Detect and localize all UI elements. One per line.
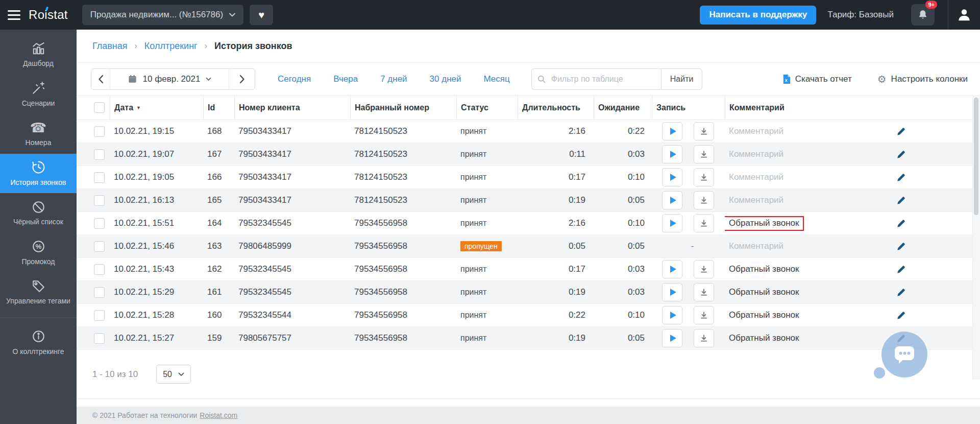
column-header[interactable]: Id [203, 96, 234, 120]
play-record-button[interactable] [662, 168, 682, 186]
comment-placeholder[interactable]: Комментарий [729, 241, 783, 251]
cell-comment: Обратный звонок [725, 264, 888, 274]
row-checkbox[interactable] [94, 287, 105, 298]
row-checkbox[interactable] [94, 333, 105, 344]
comment-placeholder[interactable]: Комментарий [729, 172, 783, 182]
configure-columns-button[interactable]: ⚙ Настроить колонки [877, 74, 968, 84]
project-selector[interactable]: Продажа недвижим... (№156786) [82, 5, 243, 25]
breadcrumb-link[interactable]: Главная [92, 41, 128, 52]
column-header[interactable]: Статус [456, 96, 518, 120]
sidebar-item-call-history[interactable]: История звонков [0, 154, 77, 194]
cell-record [652, 329, 725, 347]
sidebar-item-dashboard[interactable]: Дашборд [0, 35, 77, 75]
column-header[interactable]: Комментарий [725, 96, 888, 120]
download-record-button[interactable] [694, 145, 714, 163]
download-report-button[interactable]: x Скачать отчет [782, 74, 852, 84]
row-checkbox[interactable] [94, 310, 105, 321]
filter-input[interactable] [531, 68, 661, 90]
quick-range-link[interactable]: Месяц [483, 74, 509, 84]
edit-comment-button[interactable] [896, 265, 980, 274]
download-record-button[interactable] [694, 260, 714, 278]
play-icon [670, 266, 676, 273]
breadcrumb-link[interactable]: Коллтрекинг [144, 41, 198, 52]
comment-placeholder[interactable]: Комментарий [729, 195, 783, 205]
download-record-button[interactable] [694, 122, 714, 140]
date-picker[interactable]: 10 февр. 2021 [110, 69, 229, 89]
comment-text[interactable]: Обратный звонок [729, 287, 799, 297]
play-record-button[interactable] [662, 191, 682, 209]
comment-highlight-box[interactable]: Обратный звонок [725, 216, 804, 231]
health-monitor-button[interactable]: ♥ [250, 5, 273, 25]
vertical-scrollbar[interactable] [972, 95, 980, 380]
play-record-button[interactable] [662, 306, 682, 324]
quick-range-link[interactable]: Сегодня [278, 74, 311, 84]
play-record-button[interactable] [662, 122, 682, 140]
chevron-down-icon [229, 13, 235, 17]
cell-dialed-number: 79534556958 [350, 310, 456, 320]
next-day-button[interactable] [229, 69, 255, 89]
row-checkbox[interactable] [94, 195, 105, 206]
row-checkbox[interactable] [94, 241, 105, 252]
column-header[interactable]: Запись [652, 96, 725, 120]
column-header[interactable]: Набранный номер [350, 96, 456, 120]
edit-comment-button[interactable] [896, 242, 980, 251]
download-record-button[interactable] [694, 168, 714, 186]
edit-comment-button[interactable] [896, 288, 980, 297]
cell-client-number: 79503433417 [234, 149, 350, 159]
column-header[interactable]: Ожидание [594, 96, 652, 120]
prev-day-button[interactable] [91, 69, 110, 89]
row-checkbox[interactable] [94, 149, 105, 160]
download-record-button[interactable] [694, 283, 714, 301]
edit-comment-button[interactable] [896, 150, 980, 159]
download-record-button[interactable] [694, 329, 714, 347]
hamburger-menu-icon[interactable] [0, 0, 23, 30]
column-header[interactable]: Длительность [518, 96, 594, 120]
row-checkbox[interactable] [94, 264, 105, 275]
sidebar-item-tags[interactable]: Управление тегами [0, 272, 77, 312]
row-checkbox[interactable] [94, 126, 105, 137]
edit-comment-button[interactable] [896, 196, 980, 205]
sidebar-item-numbers[interactable]: ☎Номера [0, 114, 77, 154]
edit-comment-button[interactable] [896, 127, 980, 136]
comment-placeholder[interactable]: Комментарий [729, 126, 783, 136]
chat-widget-button[interactable] [881, 332, 927, 378]
roistat-link[interactable]: Roistat.com [200, 411, 237, 419]
quick-range-link[interactable]: 7 дней [380, 74, 407, 84]
svg-text:%: % [35, 243, 41, 250]
comment-text[interactable]: Обратный звонок [729, 333, 799, 343]
scrollbar-thumb[interactable] [974, 98, 978, 215]
row-checkbox[interactable] [94, 172, 105, 183]
page-size-select[interactable]: 50 [156, 365, 191, 384]
play-record-button[interactable] [662, 214, 682, 232]
download-record-button[interactable] [694, 214, 714, 232]
percent-badge-icon: % [31, 239, 46, 254]
support-button[interactable]: Написать в поддержку [700, 6, 816, 25]
column-header[interactable]: Дата▼ [110, 96, 203, 120]
select-all-checkbox[interactable] [94, 102, 105, 113]
comment-text[interactable]: Обратный звонок [729, 264, 799, 274]
notifications-button[interactable]: 9+ [911, 4, 935, 26]
sidebar-item-about[interactable]: О коллтрекинге [0, 323, 77, 363]
play-record-button[interactable] [662, 145, 682, 163]
edit-comment-button[interactable] [896, 219, 980, 228]
play-record-button[interactable] [662, 283, 682, 301]
comment-text[interactable]: Обратный звонок [729, 310, 799, 320]
download-record-button[interactable] [694, 306, 714, 324]
quick-range-link[interactable]: Вчера [333, 74, 358, 84]
row-checkbox[interactable] [94, 218, 105, 229]
edit-comment-button[interactable] [896, 173, 980, 182]
play-record-button[interactable] [662, 260, 682, 278]
sidebar-item-scenarios[interactable]: Сценарии [0, 75, 77, 114]
cell-record [652, 306, 725, 324]
find-button[interactable]: Найти [661, 68, 703, 90]
download-record-button[interactable] [694, 191, 714, 209]
user-avatar[interactable] [948, 7, 980, 22]
edit-comment-button[interactable] [896, 311, 980, 320]
quick-range-link[interactable]: 30 дней [430, 74, 461, 84]
sidebar-item-promocode[interactable]: %Промокод [0, 233, 77, 273]
column-header[interactable]: Номер клиента [234, 96, 350, 120]
sidebar-item-blacklist[interactable]: Чёрный список [0, 193, 77, 233]
play-record-button[interactable] [662, 329, 682, 347]
comment-placeholder[interactable]: Комментарий [729, 149, 783, 159]
main-content: Главная›Коллтрекинг›История звонков 10 ф… [77, 30, 980, 424]
